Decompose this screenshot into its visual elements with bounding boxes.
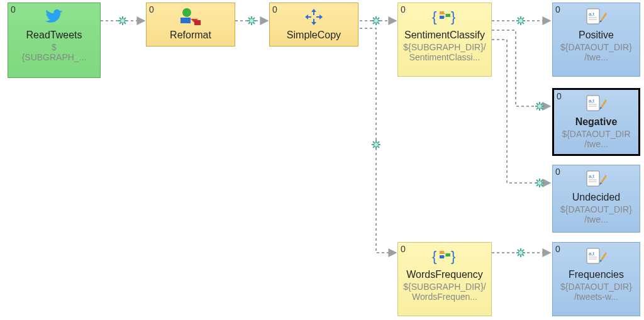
- node-sublabel: ${SUBGRAPH_DIR}/ WordsFrequen...: [401, 282, 489, 302]
- edge-simplecopy-sentiment: [360, 16, 396, 25]
- edge-sentiment-undecided: [492, 40, 550, 187]
- svg-text:a,t: a,t: [589, 174, 595, 179]
- node-sublabel: ${DATAOUT_DIR} /tweets-w...: [558, 282, 635, 302]
- svg-rect-23: [440, 255, 444, 258]
- node-label: SimpleCopy: [287, 30, 341, 41]
- node-sublabel: ${SUBGRAPH_DIR}/ SentimentClassi...: [401, 42, 489, 62]
- node-label: SentimentClassify: [404, 30, 485, 41]
- node-count: 0: [149, 4, 154, 14]
- reformat-icon: [178, 6, 203, 28]
- svg-text:a,t: a,t: [589, 11, 595, 17]
- svg-text:{: {: [432, 248, 436, 264]
- svg-rect-16: [440, 16, 444, 19]
- node-count: 0: [401, 4, 406, 14]
- svg-point-11: [182, 8, 191, 17]
- node-positive[interactable]: 0 a,t Positive ${DATAOUT_DIR} /twe...: [552, 3, 640, 77]
- svg-text:}: }: [451, 9, 455, 25]
- svg-text:{: {: [432, 9, 436, 25]
- node-undecided[interactable]: 0 a,t Undecided ${DATAOUT_DIR} /twe...: [552, 165, 640, 233]
- node-negative[interactable]: 0 a,t Negative ${DATAOUT_DIR /twe...: [552, 88, 640, 156]
- svg-line-18: [444, 13, 446, 15]
- node-count: 0: [272, 4, 277, 14]
- svg-text:a,t: a,t: [589, 98, 595, 104]
- svg-line-26: [444, 255, 446, 257]
- svg-rect-17: [446, 14, 450, 17]
- svg-rect-13: [194, 20, 201, 25]
- svg-rect-15: [440, 11, 444, 14]
- node-frequencies[interactable]: 0 a,t Frequencies ${DATAOUT_DIR} /tweets…: [552, 242, 640, 316]
- subgraph-icon: { }: [432, 6, 457, 28]
- node-label: ReadTweets: [26, 30, 82, 41]
- node-reformat[interactable]: 0 Reformat: [146, 3, 235, 47]
- simplecopy-icon: [303, 6, 325, 28]
- node-label: Reformat: [170, 30, 211, 41]
- node-readtweets[interactable]: 0 ReadTweets $ {SUBGRAPH_...: [8, 3, 101, 78]
- node-label: WordsFrequency: [406, 269, 483, 280]
- node-wordsfrequency[interactable]: 0 { } WordsFrequency ${SUBGRAPH_DIR}/ Wo…: [397, 242, 492, 316]
- node-sublabel: ${DATAOUT_DIR} /twe...: [558, 42, 635, 62]
- node-label: Negative: [575, 116, 618, 128]
- svg-line-19: [444, 16, 446, 18]
- svg-rect-24: [446, 253, 450, 257]
- edge-readtweets-reformat: [101, 16, 145, 25]
- svg-text:}: }: [451, 248, 455, 264]
- file-write-icon: a,t: [586, 168, 607, 190]
- twitter-icon: [43, 6, 65, 28]
- node-sublabel: ${DATAOUT_DIR /twe...: [559, 129, 633, 149]
- node-sublabel: $ {SUBGRAPH_...: [19, 42, 89, 62]
- svg-text:a,t: a,t: [589, 251, 595, 257]
- file-write-icon: a,t: [586, 245, 607, 268]
- node-count: 0: [401, 244, 406, 254]
- node-count: 0: [555, 167, 560, 177]
- node-sublabel: ${DATAOUT_DIR} /twe...: [558, 204, 635, 224]
- node-sentimentclassify[interactable]: 0 { } SentimentClassify ${SUBGRAPH_DIR}/…: [397, 3, 492, 77]
- node-count: 0: [555, 4, 560, 14]
- edge-simplecopy-wordsfreq: [360, 28, 396, 253]
- file-write-icon: a,t: [586, 92, 607, 115]
- node-label: Undecided: [572, 192, 621, 203]
- edge-wordsfreq-frequencies: [492, 248, 550, 257]
- node-count: 0: [557, 91, 562, 101]
- edge-reformat-simplecopy: [235, 16, 268, 25]
- subgraph-icon: { }: [432, 245, 457, 268]
- edge-sentiment-positive: [492, 16, 550, 25]
- node-label: Frequencies: [569, 269, 624, 280]
- file-write-icon: a,t: [586, 6, 607, 28]
- svg-line-25: [444, 253, 446, 255]
- node-label: Positive: [579, 30, 614, 41]
- svg-rect-22: [440, 251, 444, 254]
- node-count: 0: [555, 244, 560, 254]
- node-simplecopy[interactable]: 0 SimpleCopy: [269, 3, 358, 47]
- node-count: 0: [11, 4, 16, 14]
- edge-sentiment-negative: [492, 30, 550, 111]
- svg-rect-12: [180, 18, 191, 23]
